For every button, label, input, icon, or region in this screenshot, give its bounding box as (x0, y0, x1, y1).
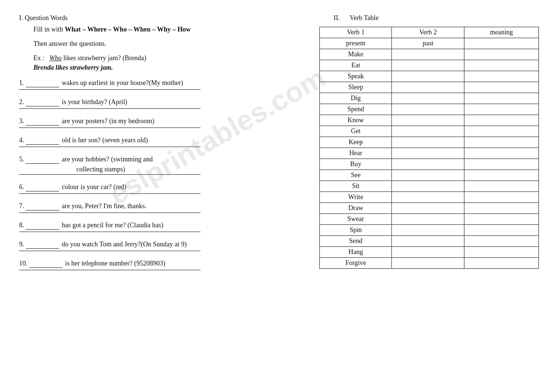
verb-meaning (464, 181, 538, 192)
q-blank-5[interactable] (26, 156, 59, 164)
col-verb2-header2: past (392, 38, 464, 49)
table-row: Make (320, 49, 539, 60)
question-line: 7. are you, Peter? I'm fine, thanks. (19, 202, 305, 211)
q-blank-3[interactable] (26, 117, 59, 126)
table-row: Eat (320, 60, 539, 71)
q-blank-4[interactable] (26, 137, 59, 145)
verb-past (392, 104, 464, 115)
verb-past (392, 192, 464, 203)
verb-meaning (464, 170, 538, 181)
verb-present: Send (320, 236, 392, 247)
section-title-left: I. Question Words (19, 14, 305, 22)
instruction-line-2: Then answer the questions. (19, 40, 305, 48)
question-item: 6. colour is your car? (red) (19, 183, 305, 194)
question-line: 2. is your birthday? (April) (19, 98, 305, 106)
verb-meaning (464, 236, 538, 247)
col-verb1-header1: Verb 1 (320, 27, 392, 38)
col-meaning-header2 (464, 38, 538, 49)
q-num: 1. (19, 79, 24, 86)
verb-present: Eat (320, 60, 392, 71)
q-num: 6. (19, 183, 24, 191)
question-line: 8. has got a pencil for me? (Claudia has… (19, 222, 305, 230)
q-text-8: has got a pencil for me? (Claudia has) (62, 222, 164, 229)
question-item: 5. are your hobbies? (swimming and colle… (19, 156, 305, 175)
question-line: 4. old is her son? (seven years old) (19, 137, 305, 145)
verb-past (392, 203, 464, 214)
q-num: 2. (19, 98, 24, 106)
example-line: Ex : Who likes strawberry jam? (Brenda) (19, 54, 305, 62)
verb-past (392, 71, 464, 82)
q-num: 4. (19, 137, 24, 144)
table-row: Buy (320, 159, 539, 170)
q-blank-10[interactable] (29, 260, 63, 268)
answer-line-1 (19, 89, 200, 90)
question-line: 5. are your hobbies? (swimming and (19, 156, 305, 164)
q-num: 10. (19, 260, 28, 267)
example-label: Ex : (33, 54, 44, 62)
q-text-10: is her telephone number? (95208903) (65, 260, 166, 267)
q-blank-7[interactable] (26, 202, 59, 211)
q-blank-6[interactable] (26, 183, 59, 191)
verb-past (392, 137, 464, 148)
verb-present: Know (320, 115, 392, 126)
question-line: 6. colour is your car? (red) (19, 183, 305, 191)
table-header-row-2: present past (320, 38, 539, 49)
question-item: 1. wakes up earliest in your house?(My m… (19, 79, 305, 90)
q-blank-9[interactable] (26, 241, 59, 249)
verb-past (392, 170, 464, 181)
question-item: 10. is her telephone number? (95208903) (19, 260, 305, 270)
q-text-1: wakes up earliest in your house?(My moth… (62, 79, 183, 86)
example-text: likes strawberry jam? (Brenda) (62, 54, 146, 62)
verb-past (392, 93, 464, 104)
q-text-7: are you, Peter? I'm fine, thanks. (62, 202, 147, 210)
q-blank-1[interactable] (26, 79, 59, 87)
verb-present: See (320, 170, 392, 181)
verb-past (392, 247, 464, 258)
verb-meaning (464, 258, 538, 269)
verb-present: Get (320, 126, 392, 137)
answer-line-2 (19, 108, 200, 109)
table-row: Draw (320, 203, 539, 214)
question-item: 9. do you watch Tom and Jerry?(On Sunday… (19, 241, 305, 251)
verb-past (392, 115, 464, 126)
q-text-3: are your posters? (in my bedroom) (62, 117, 155, 125)
q-num: 5. (19, 156, 24, 163)
verb-meaning (464, 148, 538, 159)
q-text-5b: collecting stamps) (19, 166, 305, 173)
question-line: 1. wakes up earliest in your house?(My m… (19, 79, 305, 87)
question-line: 10. is her telephone number? (95208903) (19, 260, 305, 268)
verb-meaning (464, 71, 538, 82)
question-line: 3. are your posters? (in my bedroom) (19, 117, 305, 126)
table-header-row-1: Verb 1 Verb 2 meaning (320, 27, 539, 38)
instruction-line-1: Fill in with What – Where – Who – When –… (19, 26, 305, 33)
verb-meaning (464, 203, 538, 214)
table-row: Sit (320, 181, 539, 192)
verb-meaning (464, 214, 538, 225)
question-item: 8. has got a pencil for me? (Claudia has… (19, 222, 305, 232)
table-row: Speak (320, 71, 539, 82)
col-meaning-header: meaning (464, 27, 538, 38)
question-item: 3. are your posters? (in my bedroom) (19, 117, 305, 128)
verb-present: Buy (320, 159, 392, 170)
verb-past (392, 60, 464, 71)
q-blank-8[interactable] (26, 222, 59, 230)
verb-table-body: Make Eat Speak Sleep Dig Spend Know (320, 49, 539, 269)
verb-present: Swear (320, 214, 392, 225)
example-blank: Who (49, 54, 62, 62)
verb-past (392, 126, 464, 137)
verb-meaning (464, 115, 538, 126)
verb-past (392, 181, 464, 192)
q-text-6: colour is your car? (red) (62, 183, 126, 191)
q-blank-2[interactable] (26, 98, 59, 106)
q-num: 9. (19, 241, 24, 248)
verb-past (392, 49, 464, 60)
answer-line-9 (19, 251, 200, 251)
verb-meaning (464, 126, 538, 137)
table-row: Keep (320, 137, 539, 148)
answer-line-7 (19, 212, 200, 213)
bold-words: What – Where – Who – When – Why – How (65, 26, 191, 33)
table-row: See (320, 170, 539, 181)
q-num: 3. (19, 117, 24, 125)
verb-meaning (464, 93, 538, 104)
table-row: Spend (320, 104, 539, 115)
